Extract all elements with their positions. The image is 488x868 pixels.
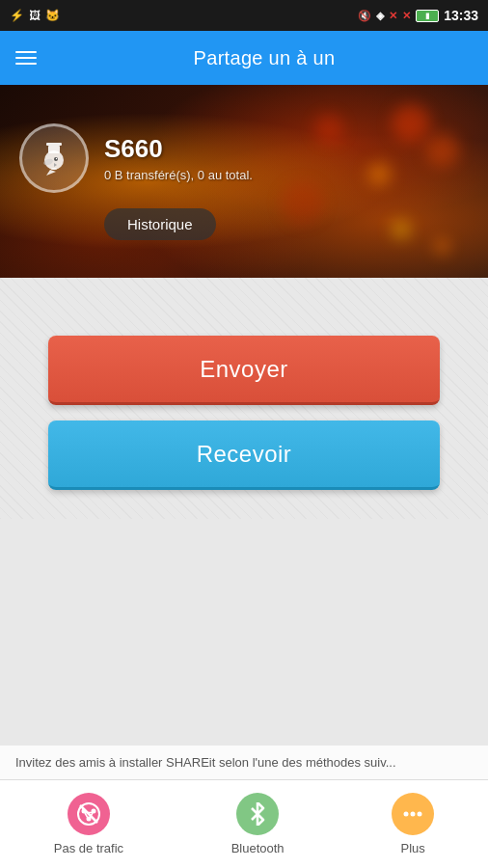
status-right-icons: 🔇 ◈ ✕ ✕ ▮ 13:33 [358, 8, 478, 23]
wifi-icon: ◈ [376, 10, 384, 22]
send-button[interactable]: Envoyer [48, 336, 440, 405]
profile-row: S660 0 B transféré(s), 0 au total. [19, 123, 469, 193]
history-button[interactable]: Historique [104, 208, 216, 240]
status-left-icons: ⚡ 🖼 🐱 [10, 9, 60, 22]
more-icon [392, 793, 434, 835]
status-bar: ⚡ 🖼 🐱 🔇 ◈ ✕ ✕ ▮ 13:33 [0, 0, 488, 31]
svg-rect-7 [51, 168, 57, 170]
menu-button[interactable] [15, 51, 37, 65]
svg-point-5 [56, 157, 57, 158]
invite-banner: Invitez des amis à installer SHAREit sel… [0, 746, 488, 779]
profile-info: S660 0 B transféré(s), 0 au total. [104, 134, 469, 182]
receive-button[interactable]: Recevoir [48, 420, 440, 490]
avatar [19, 123, 89, 193]
traffic-label: Pas de trafic [54, 841, 123, 855]
usb-icon: ⚡ [10, 9, 24, 22]
bluetooth-label: Bluetooth [231, 841, 285, 855]
signal-2-icon: ✕ [402, 10, 411, 22]
profile-banner: S660 0 B transféré(s), 0 au total. Histo… [0, 85, 488, 278]
svg-rect-0 [46, 143, 62, 146]
profile-content: S660 0 B transféré(s), 0 au total. Histo… [0, 85, 488, 278]
svg-point-17 [411, 812, 416, 817]
image-icon: 🖼 [29, 9, 41, 22]
more-label: Plus [401, 841, 425, 855]
page-title: Partage un à un [56, 47, 473, 69]
mute-icon: 🔇 [358, 10, 371, 22]
profile-name: S660 [104, 134, 469, 164]
signal-1-icon: ✕ [389, 10, 397, 22]
svg-point-4 [54, 157, 58, 161]
nav-item-traffic[interactable]: Pas de trafic [35, 785, 143, 863]
clock: 13:33 [444, 8, 478, 23]
cat-icon: 🐱 [45, 9, 60, 22]
traffic-icon [68, 793, 110, 835]
bottom-navigation: Pas de trafic Bluetooth Plus [0, 779, 488, 868]
battery-icon: ▮ [416, 10, 439, 22]
avatar-icon [31, 135, 77, 181]
nav-item-bluetooth[interactable]: Bluetooth [212, 785, 304, 863]
svg-point-16 [404, 812, 409, 817]
nav-item-more[interactable]: Plus [372, 785, 453, 863]
profile-stats: 0 B transféré(s), 0 au total. [104, 168, 469, 182]
svg-point-18 [418, 812, 422, 817]
main-content: Envoyer Recevoir [0, 278, 488, 519]
app-header: Partage un à un [0, 31, 488, 85]
bluetooth-icon [236, 793, 279, 835]
